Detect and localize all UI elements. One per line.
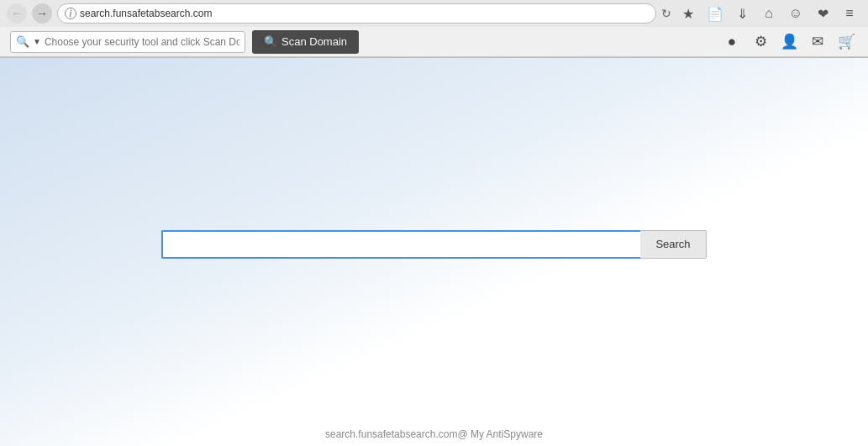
ext-mail-icon-button[interactable]: ✉: [806, 30, 829, 54]
footer-text: search.funsafetabsearch.com@ My AntiSpyw…: [325, 428, 543, 440]
ext-user-icon-button[interactable]: 👤: [777, 30, 801, 54]
browser-chrome: ← → i ↻ ★ 📄 ⇓ ⌂ ☺ ❤ ≡ 🔍 ▼ 🔍 Scan Domain: [0, 0, 868, 58]
ext-settings-icon-button[interactable]: ⚙: [749, 30, 772, 54]
toolbar-icons: ★ 📄 ⇓ ⌂ ☺ ❤ ≡: [676, 2, 861, 25]
reader-view-button[interactable]: 📄: [703, 2, 727, 25]
ext-circle-icon-button[interactable]: ●: [720, 30, 744, 54]
search-area: Search: [161, 230, 706, 259]
main-search-button[interactable]: Search: [640, 230, 706, 259]
back-button[interactable]: ←: [7, 3, 27, 24]
reload-button[interactable]: ↻: [661, 7, 671, 20]
ext-toolbar-icons: ● ⚙ 👤 ✉ 🛒: [720, 30, 858, 54]
info-icon: i: [65, 8, 76, 19]
search-tool-container: 🔍 ▼: [10, 31, 245, 53]
pocket-button[interactable]: ❤: [811, 2, 834, 25]
title-bar: ← → i ↻ ★ 📄 ⇓ ⌂ ☺ ❤ ≡: [0, 0, 868, 27]
extension-bar: 🔍 ▼ 🔍 Scan Domain ● ⚙ 👤 ✉ 🛒: [0, 27, 868, 57]
forward-button[interactable]: →: [32, 3, 52, 24]
search-tool-icon: 🔍: [16, 35, 29, 48]
address-bar-container: i: [57, 3, 656, 24]
scan-domain-icon: 🔍: [264, 35, 277, 48]
download-button[interactable]: ⇓: [730, 2, 754, 25]
page-content: Search search.funsafetabsearch.com@ My A…: [0, 58, 868, 446]
scan-domain-label: Scan Domain: [281, 35, 347, 48]
search-button-label: Search: [655, 238, 690, 250]
menu-button[interactable]: ≡: [838, 2, 861, 25]
scan-domain-button[interactable]: 🔍 Scan Domain: [252, 30, 359, 54]
bookmark-star-button[interactable]: ★: [676, 2, 700, 25]
search-tool-input[interactable]: [45, 36, 239, 48]
main-search-input[interactable]: [161, 230, 640, 259]
account-button[interactable]: ☺: [784, 2, 808, 25]
home-button[interactable]: ⌂: [757, 2, 781, 25]
address-bar[interactable]: [80, 8, 649, 19]
ext-cart-icon-button[interactable]: 🛒: [834, 30, 858, 54]
search-tool-dropdown[interactable]: ▼: [33, 37, 41, 46]
